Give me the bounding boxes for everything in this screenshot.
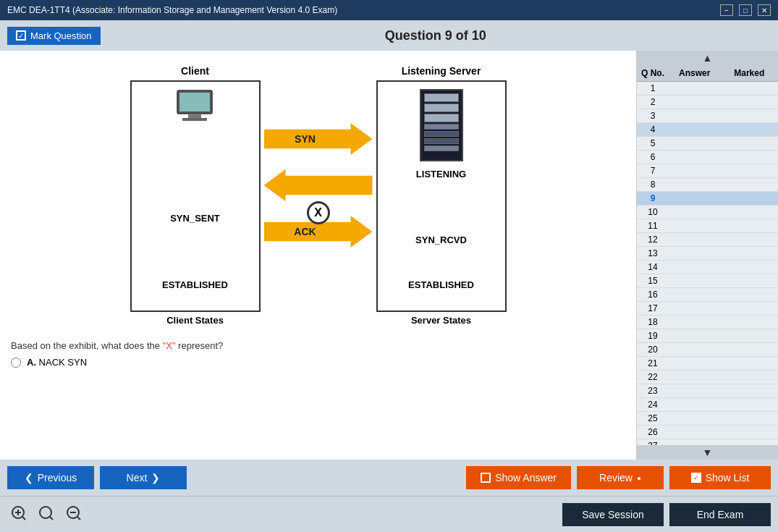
- table-row[interactable]: 25: [637, 412, 778, 426]
- row-answer: [667, 193, 722, 203]
- row-marked: [722, 180, 777, 190]
- next-button[interactable]: Next ❯: [100, 466, 187, 489]
- row-marked: [722, 221, 777, 231]
- row-answer: [667, 248, 722, 258]
- review-label: Review: [599, 472, 633, 484]
- table-row[interactable]: 6: [637, 151, 778, 164]
- table-row[interactable]: 9: [637, 192, 778, 206]
- review-arrow-icon: ●: [637, 474, 641, 482]
- side-panel-list[interactable]: 1234567891011121314151617181920212223242…: [637, 82, 778, 445]
- previous-label: Previous: [38, 472, 77, 484]
- close-button[interactable]: ✕: [758, 4, 771, 16]
- row-answer: [667, 166, 722, 176]
- x-reference: "X": [163, 340, 176, 351]
- row-answer: [667, 358, 722, 368]
- table-row[interactable]: 8: [637, 178, 778, 192]
- row-marked: [722, 152, 777, 162]
- bottom-bar: ❮ Previous Next ❯ Show Answer Review ● ✓…: [0, 460, 778, 496]
- rack-unit-7: [424, 145, 459, 151]
- main-area: Client SYN_SENT ESTABLISHED Client: [0, 51, 778, 460]
- row-q-num: 26: [638, 427, 667, 437]
- mark-checkbox-icon: ✓: [16, 30, 26, 41]
- row-marked: [722, 331, 777, 341]
- table-row[interactable]: 13: [637, 247, 778, 261]
- table-row[interactable]: 23: [637, 384, 778, 398]
- table-row[interactable]: 3: [637, 109, 778, 123]
- col-answer: Answer: [667, 68, 722, 78]
- row-q-num: 11: [638, 221, 667, 231]
- rack-unit-5: [424, 131, 459, 137]
- row-q-num: 9: [638, 193, 667, 203]
- arrow-ack-label: ACK: [294, 226, 316, 237]
- table-row[interactable]: 21: [637, 357, 778, 371]
- row-marked: [722, 276, 777, 286]
- row-q-num: 21: [638, 358, 667, 368]
- svg-line-12: [77, 517, 80, 520]
- row-answer: [667, 400, 722, 410]
- row-marked: [722, 166, 777, 176]
- radio-a[interactable]: [11, 358, 21, 368]
- table-row[interactable]: 20: [637, 343, 778, 357]
- save-session-button[interactable]: Save Session: [562, 503, 664, 526]
- row-answer: [667, 207, 722, 217]
- table-row[interactable]: 26: [637, 426, 778, 439]
- state-listening: LISTENING: [416, 169, 466, 180]
- col-q-no: Q No.: [638, 68, 667, 78]
- table-row[interactable]: 18: [637, 316, 778, 329]
- table-row[interactable]: 24: [637, 398, 778, 412]
- scroll-up-button[interactable]: ▲: [637, 51, 778, 65]
- table-row[interactable]: 10: [637, 206, 778, 219]
- row-marked: [722, 317, 777, 327]
- row-answer: [667, 111, 722, 121]
- scroll-down-button[interactable]: ▼: [637, 445, 778, 460]
- row-q-num: 15: [638, 276, 667, 286]
- row-answer: [667, 124, 722, 135]
- server-header: Listening Server: [402, 65, 481, 77]
- table-row[interactable]: 2: [637, 96, 778, 109]
- table-row[interactable]: 17: [637, 302, 778, 316]
- rack-unit-3: [424, 114, 459, 122]
- table-row[interactable]: 11: [637, 219, 778, 233]
- row-q-num: 6: [638, 152, 667, 162]
- table-row[interactable]: 1: [637, 82, 778, 96]
- review-button[interactable]: Review ●: [577, 466, 664, 489]
- svg-rect-2: [188, 114, 201, 118]
- svg-point-8: [40, 507, 51, 518]
- previous-button[interactable]: ❮ Previous: [7, 466, 94, 489]
- zoom-in-button[interactable]: [7, 502, 29, 527]
- content-panel: Client SYN_SENT ESTABLISHED Client: [0, 51, 637, 460]
- row-q-num: 12: [638, 235, 667, 245]
- minimize-button[interactable]: −: [720, 4, 733, 16]
- row-answer: [667, 152, 722, 162]
- row-marked: [722, 427, 777, 437]
- end-exam-button[interactable]: End Exam: [669, 503, 771, 526]
- table-row[interactable]: 7: [637, 164, 778, 178]
- row-marked: [722, 303, 777, 313]
- table-row[interactable]: 5: [637, 137, 778, 151]
- show-list-button[interactable]: ✓ Show List: [669, 466, 771, 489]
- table-row[interactable]: 27: [637, 439, 778, 445]
- row-answer: [667, 317, 722, 327]
- table-row[interactable]: 14: [637, 261, 778, 274]
- table-row[interactable]: 15: [637, 274, 778, 288]
- zoom-out-button[interactable]: [62, 502, 84, 527]
- server-rack-icon: [420, 89, 463, 161]
- zoom-reset-button[interactable]: [35, 502, 56, 527]
- row-marked: [722, 345, 777, 355]
- row-q-num: 13: [638, 248, 667, 258]
- table-row[interactable]: 16: [637, 288, 778, 302]
- maximize-button[interactable]: □: [739, 4, 752, 16]
- table-row[interactable]: 19: [637, 329, 778, 343]
- end-exam-label: End Exam: [697, 509, 744, 520]
- row-answer: [667, 83, 722, 93]
- show-answer-button[interactable]: Show Answer: [466, 466, 571, 489]
- row-q-num: 1: [638, 83, 667, 93]
- mark-question-button[interactable]: ✓ Mark Question: [7, 27, 101, 45]
- arrow-syn-container: SYN: [264, 123, 373, 155]
- row-q-num: 23: [638, 386, 667, 396]
- table-row[interactable]: 4: [637, 123, 778, 137]
- table-row[interactable]: 12: [637, 233, 778, 247]
- row-answer: [667, 331, 722, 341]
- table-row[interactable]: 22: [637, 371, 778, 384]
- computer-icon-area: [174, 89, 217, 128]
